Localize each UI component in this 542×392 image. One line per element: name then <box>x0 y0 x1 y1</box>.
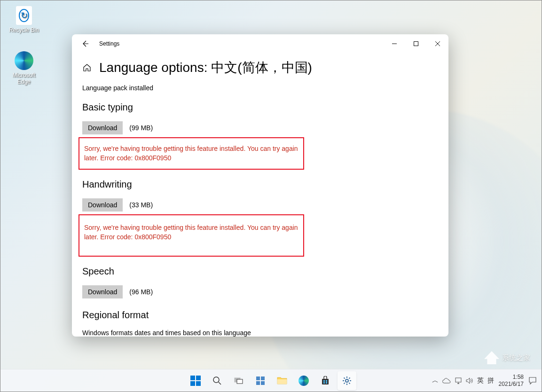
close-button[interactable] <box>427 36 448 51</box>
svg-rect-14 <box>256 381 260 385</box>
section-title: Regional format <box>82 310 438 321</box>
language-pack-status: Language pack installed <box>82 84 438 92</box>
window-content: Language options: 中文(简体，中国) Language pac… <box>72 59 448 337</box>
svg-rect-23 <box>456 378 461 382</box>
network-icon[interactable] <box>455 377 462 384</box>
svg-rect-5 <box>196 376 201 380</box>
maximize-button[interactable] <box>405 36 427 51</box>
settings-taskbar-button[interactable] <box>338 371 356 390</box>
svg-rect-17 <box>322 379 329 384</box>
regional-description: Windows formats dates and times based on… <box>82 329 438 337</box>
notifications-icon[interactable] <box>528 376 537 385</box>
svg-point-22 <box>346 379 348 382</box>
taskbar-right: ︿ 英 拼 1:58 2021/6/17 <box>432 374 542 387</box>
desktop-icon-recycle-bin[interactable]: Recycle Bin <box>8 6 40 33</box>
svg-rect-11 <box>237 379 243 384</box>
file-explorer-button[interactable] <box>273 371 291 390</box>
svg-rect-15 <box>261 381 265 385</box>
svg-rect-16 <box>277 379 287 384</box>
back-button[interactable] <box>78 36 93 51</box>
error-text: Sorry, we're having trouble getting this… <box>84 144 298 163</box>
start-button[interactable] <box>186 371 205 390</box>
svg-rect-18 <box>323 380 325 382</box>
section-title: Speech <box>82 266 438 277</box>
svg-rect-7 <box>196 381 201 386</box>
section-handwriting: Handwriting Download (33 MB) Sorry, we'r… <box>82 179 438 257</box>
watermark-logo-icon <box>484 351 499 364</box>
titlebar: Settings <box>72 34 448 53</box>
svg-rect-13 <box>261 376 265 380</box>
settings-window: Settings Language options: 中文(简体，中国) Lan… <box>72 34 448 337</box>
onedrive-icon[interactable] <box>442 378 451 384</box>
minimize-button[interactable] <box>384 36 405 51</box>
download-size: (99 MB) <box>129 124 153 132</box>
clock[interactable]: 1:58 2021/6/17 <box>499 374 524 387</box>
svg-rect-21 <box>326 382 327 384</box>
edge-taskbar-button[interactable] <box>294 371 313 390</box>
svg-line-9 <box>219 382 221 384</box>
section-regional-format: Regional format Windows formats dates an… <box>82 310 438 337</box>
section-speech: Speech Download (96 MB) <box>82 266 438 298</box>
download-button-speech[interactable]: Download <box>82 285 123 298</box>
download-size: (33 MB) <box>129 201 153 209</box>
desktop-icon-label: Recycle Bin <box>8 27 40 33</box>
download-button-basic-typing[interactable]: Download <box>82 121 123 134</box>
download-button-handwriting[interactable]: Download <box>82 198 123 212</box>
watermark: 系统之家 <box>484 351 530 364</box>
ime-language[interactable]: 英 <box>477 376 484 385</box>
svg-point-8 <box>213 377 219 383</box>
svg-rect-4 <box>190 376 195 380</box>
desktop-icon-edge[interactable]: Microsoft Edge <box>8 51 40 85</box>
system-tray: ︿ 英 拼 <box>432 376 494 385</box>
home-icon[interactable] <box>82 63 92 72</box>
error-box-basic-typing: Sorry, we're having trouble getting this… <box>79 137 304 170</box>
search-button[interactable] <box>208 371 227 390</box>
taskbar-center <box>186 371 356 390</box>
task-view-button[interactable] <box>229 371 248 390</box>
svg-rect-12 <box>256 376 260 380</box>
taskbar: ︿ 英 拼 1:58 2021/6/17 <box>0 369 542 392</box>
clock-time: 1:58 <box>499 374 524 380</box>
clock-date: 2021/6/17 <box>499 381 524 387</box>
ime-mode[interactable]: 拼 <box>487 376 494 385</box>
section-title: Basic typing <box>82 102 438 113</box>
recycle-bin-icon <box>16 6 32 25</box>
download-size: (96 MB) <box>129 288 153 296</box>
section-basic-typing: Basic typing Download (99 MB) Sorry, we'… <box>82 102 438 170</box>
page-title: Language options: 中文(简体，中国) <box>99 59 312 77</box>
svg-rect-20 <box>323 382 325 384</box>
window-title: Settings <box>99 40 119 47</box>
error-box-handwriting: Sorry, we're having trouble getting this… <box>79 214 304 257</box>
svg-rect-1 <box>414 42 418 46</box>
volume-icon[interactable] <box>466 377 473 384</box>
error-text: Sorry, we're having trouble getting this… <box>84 223 298 242</box>
tray-chevron-icon[interactable]: ︿ <box>432 376 439 385</box>
section-title: Handwriting <box>82 179 438 190</box>
widgets-button[interactable] <box>251 371 270 390</box>
edge-icon <box>15 51 33 70</box>
watermark-text: 系统之家 <box>502 353 530 362</box>
desktop-icon-label: Microsoft Edge <box>8 72 40 85</box>
store-button[interactable] <box>316 371 335 390</box>
svg-rect-6 <box>190 381 195 386</box>
svg-rect-19 <box>326 380 327 382</box>
